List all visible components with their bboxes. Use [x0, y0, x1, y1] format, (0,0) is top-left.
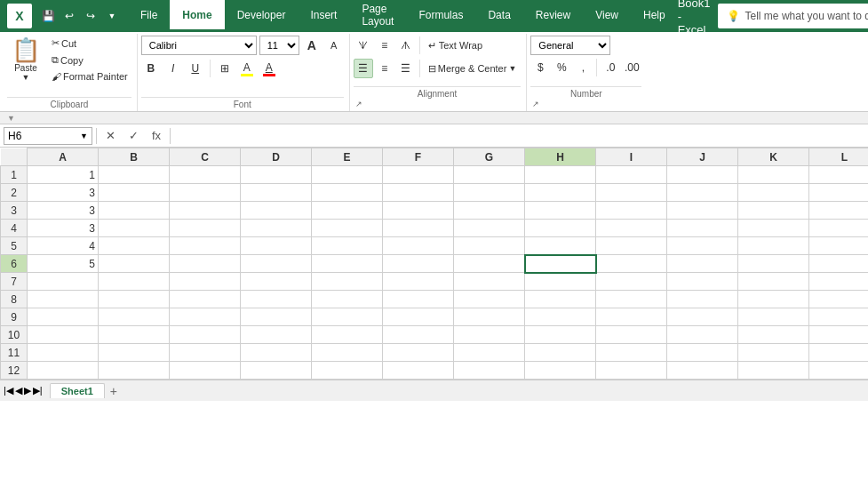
paste-dropdown-arrow[interactable]: ▼: [22, 73, 30, 82]
row-header-2[interactable]: 2: [1, 184, 28, 202]
tab-developer[interactable]: Developer: [225, 0, 299, 32]
col-header-B[interactable]: B: [99, 148, 170, 166]
col-header-C[interactable]: C: [170, 148, 241, 166]
cell-f9[interactable]: [383, 308, 454, 326]
cell-b11[interactable]: [99, 344, 170, 362]
cell-l2[interactable]: [809, 184, 869, 202]
cell-e6[interactable]: [312, 255, 383, 273]
cell-l9[interactable]: [809, 308, 869, 326]
cell-g12[interactable]: [454, 362, 525, 380]
percent-button[interactable]: %: [552, 58, 571, 77]
cell-f6[interactable]: [383, 255, 454, 273]
cell-f10[interactable]: [383, 326, 454, 344]
cell-h7[interactable]: [525, 273, 596, 291]
cell-c2[interactable]: [170, 184, 241, 202]
cell-j4[interactable]: [667, 220, 738, 237]
cell-j10[interactable]: [667, 326, 738, 344]
cell-b7[interactable]: [99, 273, 170, 291]
cell-b12[interactable]: [99, 362, 170, 380]
col-header-A[interactable]: A: [28, 148, 99, 166]
cell-k4[interactable]: [738, 220, 809, 237]
cell-c12[interactable]: [170, 362, 241, 380]
bold-button[interactable]: B: [141, 59, 161, 78]
sheet-first-btn[interactable]: |◀: [4, 385, 13, 396]
col-header-K[interactable]: K: [738, 148, 809, 166]
cell-h3[interactable]: [525, 202, 596, 220]
number-expander[interactable]: ↗: [530, 99, 541, 109]
align-bottom-button[interactable]: ⩚: [396, 36, 416, 55]
tab-insert[interactable]: Insert: [298, 0, 349, 32]
merge-center-button[interactable]: ⊟ Merge & Center ▼: [424, 60, 522, 77]
cell-i5[interactable]: [596, 237, 667, 255]
cell-i6[interactable]: [596, 255, 667, 273]
cell-c5[interactable]: [170, 237, 241, 255]
cell-c8[interactable]: [170, 291, 241, 308]
cell-j3[interactable]: [667, 202, 738, 220]
cell-b5[interactable]: [99, 237, 170, 255]
tab-file[interactable]: File: [128, 0, 170, 32]
comma-button[interactable]: ,: [573, 58, 593, 77]
number-format-select[interactable]: General: [530, 36, 610, 55]
col-header-D[interactable]: D: [241, 148, 312, 166]
tab-view[interactable]: View: [583, 0, 631, 32]
cell-a5[interactable]: 4: [28, 237, 99, 255]
cell-c1[interactable]: [170, 166, 241, 184]
cell-d12[interactable]: [241, 362, 312, 380]
cell-d11[interactable]: [241, 344, 312, 362]
cell-e5[interactable]: [312, 237, 383, 255]
cell-l11[interactable]: [809, 344, 869, 362]
row-header-4[interactable]: 4: [1, 220, 28, 237]
col-header-F[interactable]: F: [383, 148, 454, 166]
cell-a6[interactable]: 5: [28, 255, 99, 273]
cell-d3[interactable]: [241, 202, 312, 220]
cell-e11[interactable]: [312, 344, 383, 362]
cell-l3[interactable]: [809, 202, 869, 220]
cell-i1[interactable]: [596, 166, 667, 184]
quick-customize-btn[interactable]: ▼: [103, 7, 121, 25]
cell-e1[interactable]: [312, 166, 383, 184]
cell-k5[interactable]: [738, 237, 809, 255]
cell-h9[interactable]: [525, 308, 596, 326]
cell-h2[interactable]: [525, 184, 596, 202]
cell-a1[interactable]: 1: [28, 166, 99, 184]
cell-k8[interactable]: [738, 291, 809, 308]
cell-i10[interactable]: [596, 326, 667, 344]
cell-a7[interactable]: [28, 273, 99, 291]
cell-g2[interactable]: [454, 184, 525, 202]
cell-g8[interactable]: [454, 291, 525, 308]
cell-l4[interactable]: [809, 220, 869, 237]
cell-j7[interactable]: [667, 273, 738, 291]
cell-f3[interactable]: [383, 202, 454, 220]
cell-b2[interactable]: [99, 184, 170, 202]
cell-k2[interactable]: [738, 184, 809, 202]
cell-b8[interactable]: [99, 291, 170, 308]
font-size-select[interactable]: 11: [259, 36, 299, 55]
tab-home[interactable]: Home: [170, 0, 224, 32]
cell-f4[interactable]: [383, 220, 454, 237]
align-top-button[interactable]: ⩛: [354, 36, 373, 55]
cell-reference-box[interactable]: H6 ▼: [4, 127, 92, 145]
cell-j2[interactable]: [667, 184, 738, 202]
quick-save-btn[interactable]: 💾: [39, 7, 57, 25]
cell-d2[interactable]: [241, 184, 312, 202]
cell-k3[interactable]: [738, 202, 809, 220]
align-left-button[interactable]: ☰: [354, 59, 373, 78]
cell-f8[interactable]: [383, 291, 454, 308]
cell-k12[interactable]: [738, 362, 809, 380]
borders-button[interactable]: ⊞: [215, 59, 235, 78]
cell-g5[interactable]: [454, 237, 525, 255]
cell-j1[interactable]: [667, 166, 738, 184]
cell-e10[interactable]: [312, 326, 383, 344]
cell-c6[interactable]: [170, 255, 241, 273]
cell-j8[interactable]: [667, 291, 738, 308]
currency-button[interactable]: $: [530, 58, 550, 77]
col-header-E[interactable]: E: [312, 148, 383, 166]
sheet-tab-sheet1[interactable]: Sheet1: [50, 383, 105, 398]
font-color-button[interactable]: A: [259, 59, 279, 78]
tell-me-box[interactable]: 💡 Tell me what you want to do: [718, 4, 868, 28]
cell-i3[interactable]: [596, 202, 667, 220]
copy-button[interactable]: ⧉ Copy: [48, 52, 131, 68]
cell-k9[interactable]: [738, 308, 809, 326]
sheet-prev-btn[interactable]: ◀: [15, 385, 22, 396]
cell-f7[interactable]: [383, 273, 454, 291]
